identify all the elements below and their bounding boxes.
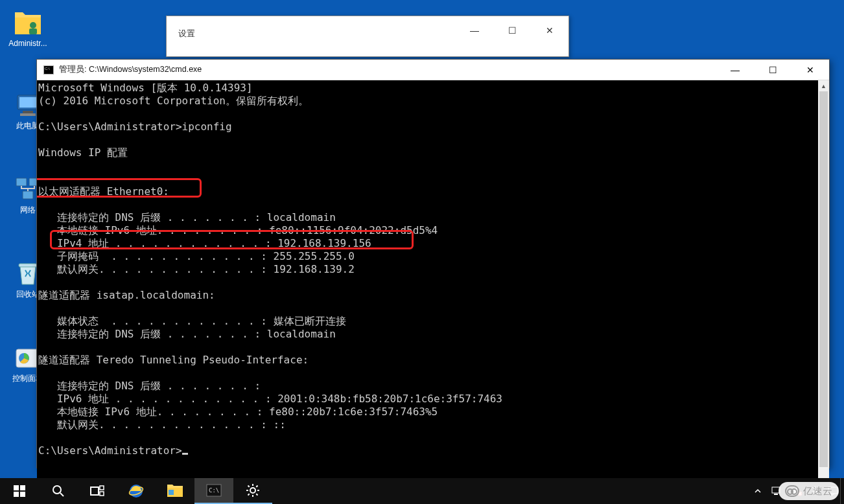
settings-window[interactable]: 设置 — ☐ ✕ [166, 16, 569, 57]
cmd-output[interactable]: Microsoft Windows [版本 10.0.14393] (c) 20… [37, 80, 818, 498]
svg-rect-21 [100, 492, 104, 496]
svg-rect-25 [169, 490, 174, 495]
scroll-up-button[interactable]: ▲ [818, 80, 829, 91]
svg-line-18 [60, 493, 64, 496]
svg-text:C:\: C:\ [209, 487, 219, 494]
svg-rect-19 [91, 487, 99, 495]
svg-line-33 [248, 486, 250, 487]
svg-rect-9 [23, 191, 33, 199]
taskbar-explorer[interactable] [156, 478, 194, 504]
svg-rect-10 [19, 264, 37, 267]
cursor [182, 453, 188, 455]
taskbar-cmd[interactable]: C:\ [194, 478, 233, 504]
svg-line-36 [256, 486, 257, 487]
svg-point-17 [53, 486, 61, 494]
svg-rect-16 [20, 492, 25, 497]
search-button[interactable] [39, 478, 78, 504]
desktop-icon-user-folder[interactable]: Administr... [4, 10, 52, 48]
taskbar: C:\ 英 [0, 478, 844, 504]
svg-rect-13 [14, 485, 19, 490]
desktop: Administr... 此电脑 网络 回收站 控制面板 设置 — ☐ ✕ [0, 0, 844, 478]
svg-rect-4 [19, 97, 36, 108]
svg-rect-5 [23, 111, 33, 113]
close-button[interactable]: ✕ [531, 16, 569, 45]
tray-chevron-icon[interactable] [749, 478, 766, 504]
cmd-window[interactable]: 管理员: C:\Windows\system32\cmd.exe — ☐ ✕ M… [36, 59, 830, 468]
svg-point-1 [30, 22, 36, 29]
settings-window-title: 设置 [178, 28, 195, 40]
taskbar-ie[interactable] [117, 478, 156, 504]
minimize-button[interactable]: — [716, 60, 754, 80]
task-view-button[interactable] [78, 478, 117, 504]
svg-rect-38 [774, 494, 778, 495]
watermark: 亿速云 [779, 482, 839, 500]
svg-rect-20 [100, 486, 104, 490]
watermark-icon [785, 485, 799, 497]
svg-rect-2 [29, 29, 37, 34]
desktop-icon-label: Administr... [8, 39, 47, 48]
cmd-icon [43, 65, 54, 74]
svg-rect-7 [16, 178, 27, 186]
svg-rect-14 [20, 485, 25, 490]
desktop-icon-label: 网络 [20, 205, 36, 216]
start-button[interactable] [0, 478, 39, 504]
svg-rect-6 [20, 113, 36, 116]
cmd-window-title: 管理员: C:\Windows\system32\cmd.exe [59, 64, 202, 75]
scroll-track[interactable] [818, 91, 829, 487]
maximize-button[interactable]: ☐ [493, 16, 531, 45]
svg-line-35 [248, 494, 250, 495]
cmd-titlebar[interactable]: 管理员: C:\Windows\system32\cmd.exe — ☐ ✕ [37, 60, 829, 80]
svg-rect-15 [14, 492, 19, 497]
watermark-text: 亿速云 [803, 485, 832, 498]
show-desktop-button[interactable] [840, 478, 844, 504]
scroll-thumb[interactable] [819, 91, 828, 467]
user-folder-icon [12, 10, 43, 38]
maximize-button[interactable]: ☐ [754, 60, 791, 80]
svg-line-34 [256, 494, 257, 495]
minimize-button[interactable]: — [456, 16, 493, 45]
scrollbar[interactable]: ▲ ▼ [818, 80, 829, 498]
svg-point-28 [250, 488, 255, 493]
taskbar-settings[interactable] [233, 478, 272, 504]
close-button[interactable]: ✕ [791, 60, 829, 80]
